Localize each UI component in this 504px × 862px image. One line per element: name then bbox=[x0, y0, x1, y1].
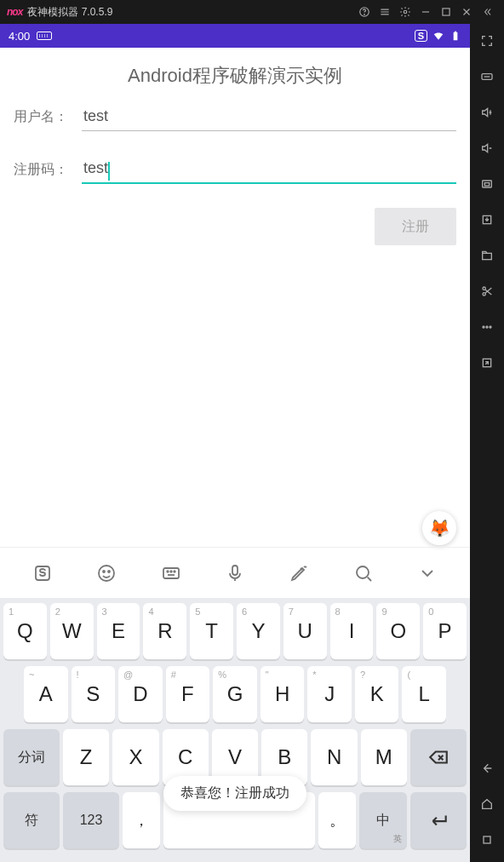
key-t[interactable]: 5T bbox=[190, 603, 233, 659]
username-label: 用户名： bbox=[14, 108, 82, 131]
fullscreen-icon[interactable] bbox=[477, 31, 497, 51]
home-icon[interactable] bbox=[477, 794, 497, 814]
ime-status-icon: S bbox=[415, 30, 427, 42]
screenshot-icon[interactable] bbox=[477, 174, 497, 194]
symbol-key[interactable]: 符 bbox=[3, 792, 60, 848]
microphone-icon[interactable] bbox=[218, 556, 252, 590]
backspace-key[interactable] bbox=[410, 729, 467, 785]
key-y[interactable]: 6Y bbox=[237, 603, 280, 659]
chevron-down-icon[interactable] bbox=[410, 556, 444, 590]
share-icon[interactable] bbox=[477, 353, 497, 373]
key-m[interactable]: M bbox=[361, 729, 407, 785]
svg-point-11 bbox=[167, 571, 169, 572]
svg-rect-14 bbox=[232, 566, 238, 575]
svg-rect-18 bbox=[484, 183, 489, 186]
key-v[interactable]: V bbox=[212, 729, 258, 785]
svg-point-23 bbox=[483, 326, 484, 328]
period-key[interactable]: 。 bbox=[318, 792, 356, 848]
svg-rect-17 bbox=[483, 181, 492, 187]
key-l[interactable]: (L bbox=[402, 666, 446, 722]
svg-rect-20 bbox=[483, 253, 492, 259]
scissors-icon[interactable] bbox=[477, 281, 497, 302]
recents-icon[interactable] bbox=[477, 830, 497, 850]
key-w[interactable]: 2W bbox=[50, 603, 94, 659]
sogou-logo-icon[interactable] bbox=[26, 556, 60, 590]
apk-install-icon[interactable] bbox=[477, 210, 497, 230]
emulator-sidebar bbox=[470, 24, 504, 862]
handwrite-icon[interactable] bbox=[282, 556, 316, 590]
minimize-icon[interactable] bbox=[415, 2, 436, 22]
key-g[interactable]: %G bbox=[213, 666, 257, 722]
key-f[interactable]: #F bbox=[166, 666, 210, 722]
number-key[interactable]: 123 bbox=[63, 792, 119, 848]
emulator-version: 7.0.5.9 bbox=[82, 6, 113, 18]
key-c[interactable]: C bbox=[163, 729, 209, 785]
svg-point-7 bbox=[99, 566, 114, 581]
keyboard: 1Q2W3E4R5T6Y7U8I9O0P ~A!S@D#F%G"H*J?K(L … bbox=[0, 598, 470, 862]
collapse-sidebar-icon[interactable] bbox=[477, 2, 497, 22]
battery-icon bbox=[450, 30, 461, 42]
svg-rect-5 bbox=[455, 32, 456, 32]
keyboard-select-icon[interactable] bbox=[154, 556, 188, 590]
svg-rect-10 bbox=[163, 568, 179, 578]
svg-rect-27 bbox=[484, 836, 490, 843]
enter-key[interactable] bbox=[410, 792, 467, 848]
more-icon[interactable] bbox=[477, 317, 497, 337]
svg-rect-4 bbox=[454, 32, 458, 40]
svg-point-13 bbox=[174, 571, 175, 572]
nox-logo: nox bbox=[7, 6, 22, 18]
key-s[interactable]: !S bbox=[72, 666, 116, 722]
key-b[interactable]: B bbox=[261, 729, 307, 785]
keymap-icon[interactable] bbox=[477, 66, 497, 87]
regcode-field[interactable]: test bbox=[82, 155, 456, 184]
key-i[interactable]: 8I bbox=[330, 603, 374, 659]
register-button[interactable]: 注册 bbox=[375, 208, 456, 245]
username-field[interactable] bbox=[82, 104, 456, 131]
space-key[interactable] bbox=[163, 792, 315, 848]
key-j[interactable]: *J bbox=[307, 666, 352, 722]
key-h[interactable]: "H bbox=[261, 666, 305, 722]
key-q[interactable]: 1Q bbox=[3, 603, 47, 659]
android-screen: 4:00 S Android程序破解演示实例 用户名： 注册码： test 注册 bbox=[0, 24, 470, 862]
gear-icon[interactable] bbox=[395, 2, 415, 22]
file-manager-icon[interactable] bbox=[477, 245, 497, 266]
app-title: Android程序破解演示实例 bbox=[14, 63, 456, 89]
ime-toolbar bbox=[0, 547, 470, 598]
maximize-icon[interactable] bbox=[436, 2, 456, 22]
back-icon[interactable] bbox=[477, 758, 497, 779]
fenci-key[interactable]: 分词 bbox=[3, 729, 60, 785]
key-e[interactable]: 3E bbox=[97, 603, 140, 659]
volume-up-icon[interactable] bbox=[477, 102, 497, 123]
language-key[interactable]: 中英 bbox=[359, 792, 407, 848]
svg-point-1 bbox=[364, 14, 365, 15]
svg-point-15 bbox=[357, 566, 369, 578]
svg-rect-3 bbox=[443, 9, 450, 15]
key-d[interactable]: @D bbox=[118, 666, 163, 722]
svg-point-25 bbox=[490, 326, 491, 328]
emoji-float-icon[interactable]: 🦊 bbox=[422, 511, 456, 545]
search-icon[interactable] bbox=[346, 556, 381, 590]
volume-down-icon[interactable] bbox=[477, 138, 497, 158]
key-o[interactable]: 9O bbox=[376, 603, 420, 659]
key-r[interactable]: 4R bbox=[143, 603, 186, 659]
svg-point-12 bbox=[170, 571, 172, 572]
help-icon[interactable] bbox=[354, 2, 375, 22]
comma-key[interactable]: ， bbox=[123, 792, 160, 848]
regcode-label: 注册码： bbox=[14, 161, 82, 184]
key-p[interactable]: 0P bbox=[423, 603, 467, 659]
key-z[interactable]: Z bbox=[63, 729, 109, 785]
emoji-icon[interactable] bbox=[89, 556, 123, 590]
close-icon[interactable] bbox=[456, 2, 477, 22]
keyboard-indicator-icon bbox=[37, 32, 52, 40]
svg-point-2 bbox=[404, 10, 407, 14]
key-n[interactable]: N bbox=[311, 729, 357, 785]
svg-point-9 bbox=[108, 571, 110, 572]
emulator-titlebar: nox 夜神模拟器 7.0.5.9 bbox=[0, 0, 504, 24]
status-time: 4:00 bbox=[9, 30, 30, 43]
key-a[interactable]: ~A bbox=[24, 666, 68, 722]
emulator-name: 夜神模拟器 bbox=[27, 5, 78, 20]
menu-icon[interactable] bbox=[375, 2, 395, 22]
key-u[interactable]: 7U bbox=[284, 603, 327, 659]
key-x[interactable]: X bbox=[112, 729, 158, 785]
key-k[interactable]: ?K bbox=[355, 666, 399, 722]
